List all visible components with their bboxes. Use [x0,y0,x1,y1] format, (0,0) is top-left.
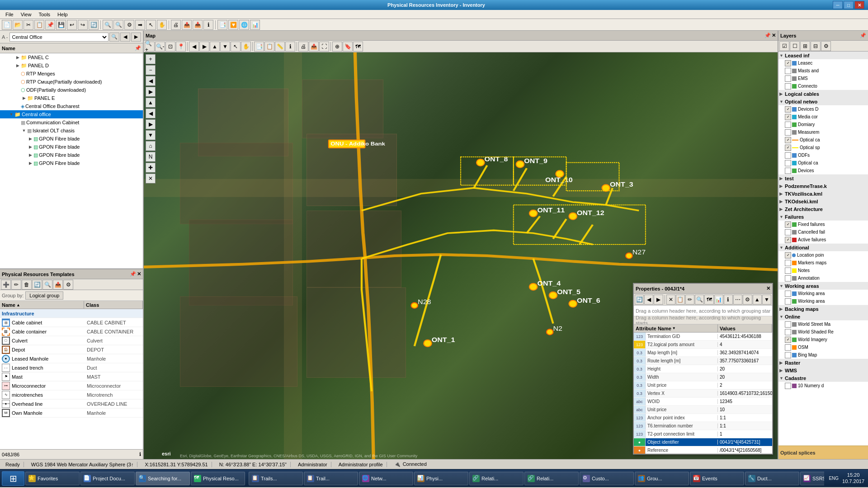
props-back-btn[interactable]: ◀ [644,295,653,305]
layer-group[interactable]: ▼Failures [778,213,868,221]
prop-row[interactable]: 0.3 Height 20 [634,365,772,373]
layer-checkbox[interactable]: ✓ [785,252,791,258]
taskbar-grou[interactable]: 👥 Grou... [635,472,689,485]
layer-item[interactable]: World Shaded Re [778,328,868,336]
prop-row[interactable]: abc Unit price 10 [634,406,772,414]
start-button[interactable]: ⊞ [2,471,24,486]
layer-group[interactable]: ▶TKOdseki.kml [778,197,868,205]
col-name-header[interactable]: Name ▲ [0,301,84,309]
tree-item-gpon-4[interactable]: ▶ ▧ GPON Fibre blade [0,159,143,167]
restore-button[interactable]: □ [844,1,854,9]
props-close-button[interactable]: ✕ [766,286,770,291]
layer-group[interactable]: ▼Online [778,313,868,320]
tree-item-odf[interactable]: ⬡ ODF(Partially downloaded) [0,86,143,94]
layer-group[interactable]: ▶WMS [778,366,868,374]
map-fullscreen[interactable]: ⛶ [319,42,329,52]
tool-measure[interactable]: ✚ [146,163,156,173]
layers-settings[interactable]: ⚙ [821,41,831,51]
props-col-val[interactable]: Values [718,324,772,332]
layer-item[interactable]: ODFs [778,151,868,159]
layer-checkbox[interactable]: ✓ [785,337,791,343]
layer-checkbox[interactable] [785,260,791,266]
props-filter-input[interactable] [636,308,770,314]
layers-check-all[interactable]: ☑ [779,41,789,51]
search-forward-button[interactable]: ▶ [131,33,141,42]
tool-pan-right[interactable]: ▶ [146,119,156,129]
templates-close-button[interactable]: ✕ [137,271,141,277]
layer-item[interactable]: Devices [778,167,868,174]
layer-checkbox[interactable] [785,291,791,297]
layer-item[interactable]: ✓ Location poin [778,251,868,259]
layer-group[interactable]: ▼Optical netwo [778,98,868,105]
tree-item-gpon-1[interactable]: ▶ ▧ GPON Fibre blade [0,135,143,143]
layer-checkbox[interactable] [785,152,791,159]
layer-checkbox[interactable] [785,298,791,305]
col-class-header[interactable]: Class [84,301,143,309]
map-pin-location[interactable]: 📍 [176,42,186,52]
tree-pin-button[interactable]: 📌 [135,45,141,51]
taskbar-ssrs[interactable]: 📈 SSRS... [800,472,824,485]
tree-item-iskratel[interactable]: ▼ ▩ Iskratel OLT chasis [0,127,143,135]
prop-row[interactable]: ● Object identifier 004J/1*4[45425731] [634,438,772,446]
map-zoom-select[interactable]: ⊡ [165,42,175,52]
tool-home[interactable]: ⌂ [146,141,156,151]
layer-checkbox[interactable]: ✓ [785,145,791,151]
taskbar-duct[interactable]: 🔧 Duct... [745,472,799,485]
tool-back[interactable]: ◀ [146,76,156,86]
layer-checkbox[interactable]: ✓ [785,60,791,66]
select-button[interactable]: ↖ [146,20,156,30]
map-pan-up[interactable]: ▲ [210,42,220,52]
zoom-out-button[interactable]: 🔍 [113,20,123,30]
report-button[interactable]: 📊 [250,20,260,30]
arrow-button[interactable]: ➡ [135,20,145,30]
taskbar-events[interactable]: 📅 Events [690,472,744,485]
tool-forward[interactable]: ▶ [146,87,156,97]
filter-button[interactable]: 🔽 [228,20,238,30]
tool-cancel[interactable]: ✕ [146,174,156,183]
map-measure[interactable]: 📏 [275,42,285,52]
layer-item[interactable]: Cancelled fail [778,228,868,236]
layer-checkbox[interactable] [785,321,791,328]
tree-item-gpon-3[interactable]: ▶ ▧ GPON Fibre blade [0,151,143,159]
new-button[interactable]: 📄 [2,20,12,30]
map-north-arrow[interactable]: ⊕ [332,42,342,52]
cut-button[interactable]: ✂ [24,20,33,30]
layer-checkbox[interactable]: ✓ [785,221,791,228]
props-col-attr[interactable]: Attribute Name ▼ [634,324,718,332]
map-hand-tool[interactable]: ✋ [241,42,251,52]
layer-checkbox[interactable] [785,344,791,351]
taskbar-trails1[interactable]: 📋 Trails... [249,472,303,485]
tree-item-comm-cabinet[interactable]: ▦ Communication Cabinet [0,118,143,127]
layers-list[interactable]: ▼Leased inf ✓ Leasec Masts and EMS C [778,52,868,446]
layer-item[interactable]: Markers maps [778,259,868,267]
props-zoom-btn[interactable]: 🔍 [695,295,704,305]
layer-item[interactable]: Domiary [778,121,868,128]
zoom-in-button[interactable]: 🔍 [103,20,113,30]
tree-item-gpon-2[interactable]: ▶ ▧ GPON Fibre blade [0,143,143,151]
templates-pin-button[interactable]: 📌 [130,271,136,277]
layer-item[interactable]: 10 Numery d [778,382,868,389]
templates-export-button[interactable]: 📤 [53,280,63,290]
template-overhead-line[interactable]: ─●─ Overhead line OVERHEAD LINE [0,399,143,408]
layer-group[interactable]: ▶Raster [778,359,868,366]
layer-group[interactable]: ▶Zet Architecture [778,205,868,213]
menu-view[interactable]: View [17,11,35,18]
layer-checkbox[interactable] [785,229,791,235]
paste-button[interactable]: 📌 [45,20,55,30]
layers-uncheck-all[interactable]: ☐ [790,41,800,51]
export-button[interactable]: 📤 [182,20,192,30]
props-map-btn[interactable]: 🗺 [704,295,713,305]
prop-row[interactable]: 0.3 Width 20 [634,373,772,381]
layer-checkbox[interactable] [785,168,791,174]
layer-group[interactable]: ▼Additional [778,244,868,251]
layer-item[interactable]: OSM [778,343,868,351]
tool-north[interactable]: N [146,152,156,162]
tool-zoom-in[interactable]: + [146,54,156,64]
taskbar-custo[interactable]: ⚙ Custo... [580,472,634,485]
tree-item-panel-d[interactable]: ▶ 📁 PANEL D [0,61,143,70]
redo-button[interactable]: ↪ [78,20,88,30]
search-button[interactable]: 🔍 [109,33,119,42]
layer-item[interactable]: EMS [778,75,868,82]
layer-item[interactable]: Masts and [778,67,868,75]
props-scroll-dn-btn[interactable]: ▼ [762,295,771,305]
